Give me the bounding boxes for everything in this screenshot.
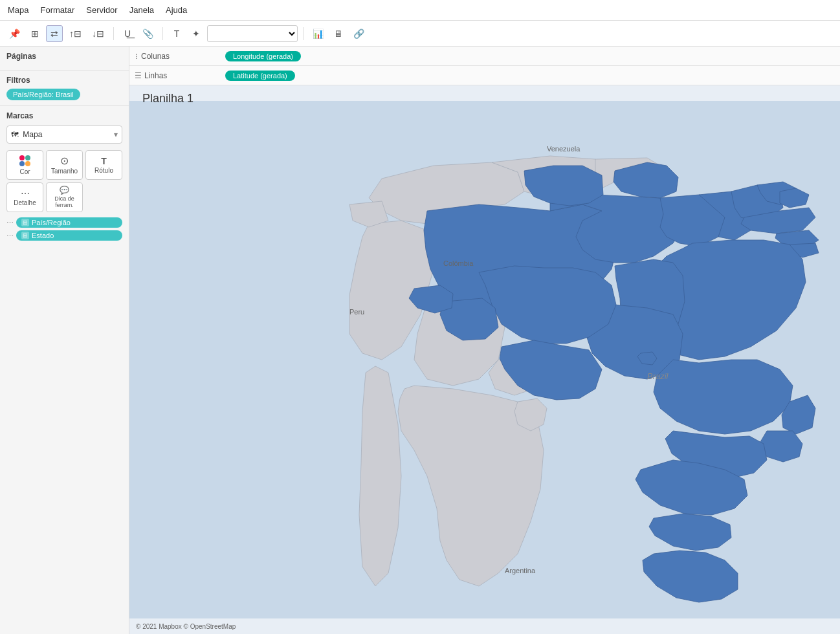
marks-type-row: 🗺 Mapa ▾ [6, 126, 122, 144]
rows-icon: ☰ [135, 71, 142, 80]
toolbar-sep-1 [113, 27, 114, 40]
columns-shelf: ⫶ Colunas Longitude (gerada) [129, 47, 840, 66]
marks-buttons-grid: Cor ⊙ Tamanho T Rótulo ⋯ Detalhe 💬 Dica … [6, 150, 122, 212]
marks-type-dropdown[interactable]: 🗺 Mapa ▾ [6, 126, 122, 144]
label-brazil: Brazil [647, 371, 669, 381]
mark-btn-tamanho[interactable]: ⊙ Tamanho [46, 150, 83, 180]
marks-field-icon-pais: ⋯ [6, 219, 14, 227]
map-copyright: © 2021 Mapbox © OpenStreetMap [136, 623, 236, 630]
pages-section: Páginas [0, 47, 129, 71]
marks-field-row-pais: ⋯ ⊞ País/Região [6, 217, 122, 228]
view-area: Planilha 1 [129, 85, 840, 634]
toolbar-sep-3 [303, 27, 304, 40]
label-argentina: Argentina [505, 567, 536, 574]
menu-ajuda[interactable]: Ajuda [166, 5, 187, 15]
filters-section: Filtros País/Região: Brasil [0, 71, 129, 106]
toolbar-btn-monitor[interactable]: 🖥 [330, 25, 347, 42]
mark-btn-rotulo-label: Rótulo [94, 167, 113, 174]
map-svg: Venezuela Colômbia Peru Brazil Argentina [129, 85, 840, 634]
marks-field-row-estado: ⋯ ⊞ Estado [6, 230, 122, 241]
columns-pill[interactable]: Longitude (gerada) [225, 51, 301, 61]
filter-chip-brasil[interactable]: País/Região: Brasil [6, 89, 80, 100]
mark-btn-dica[interactable]: 💬 Dica deferram. [46, 182, 83, 212]
toolbar-btn-chart[interactable]: 📊 [309, 25, 327, 42]
mark-btn-detalhe-label: Detalhe [14, 199, 36, 206]
toolbar-btn-underline[interactable]: U͟ [119, 25, 136, 42]
columns-icon: ⫶ [135, 52, 138, 61]
rows-shelf: ☰ Linhas Latitude (gerada) [129, 66, 840, 85]
mark-btn-detalhe[interactable]: ⋯ Detalhe [6, 182, 43, 212]
label-venezuela: Venezuela [547, 145, 580, 153]
marks-field-label-estado: Estado [32, 232, 54, 239]
toolbar-btn-clip[interactable]: 📎 [138, 25, 157, 42]
mark-btn-rotulo[interactable]: T Rótulo [85, 150, 122, 180]
toolbar-btn-sort-asc[interactable]: ↑⊟ [65, 25, 85, 42]
content-area: ⫶ Colunas Longitude (gerada) ☰ Linhas La… [129, 47, 840, 634]
chevron-down-icon: ▾ [114, 130, 118, 139]
toolbar-btn-star[interactable]: ✦ [188, 25, 204, 42]
marks-field-icon-estado: ⋯ [6, 232, 14, 240]
toolbar-dropdown[interactable] [207, 25, 298, 42]
mark-btn-cor[interactable]: Cor [6, 150, 43, 180]
toolbar-sep-2 [162, 27, 163, 40]
label-peru: Peru [349, 308, 364, 316]
marks-field-label-pais: País/Região [32, 219, 71, 226]
toolbar-btn-share[interactable]: 🔗 [349, 25, 368, 42]
toolbar-btn-table[interactable]: ⊞ [27, 25, 43, 42]
menu-janela[interactable]: Janela [129, 5, 154, 15]
toolbar-btn-swap[interactable]: ⇄ [46, 25, 63, 42]
sidebar: Páginas Filtros País/Região: Brasil Marc… [0, 47, 129, 634]
view-title: Planilha 1 [142, 92, 193, 105]
menu-mapa[interactable]: Mapa [8, 5, 29, 15]
main-layout: Páginas Filtros País/Região: Brasil Marc… [0, 47, 840, 634]
toolbar: 📌 ⊞ ⇄ ↑⊟ ↓⊟ U͟ 📎 T ✦ 📊 🖥 🔗 [0, 21, 840, 47]
marcas-title: Marcas [6, 111, 122, 120]
marks-field-chip-pais[interactable]: ⊞ País/Região [16, 217, 122, 228]
filters-title: Filtros [6, 76, 122, 85]
rows-pill[interactable]: Latitude (gerada) [225, 71, 295, 81]
mark-btn-cor-label: Cor [19, 168, 30, 175]
label-colombia: Colômbia [443, 259, 474, 267]
pages-title: Páginas [6, 52, 122, 61]
marks-field-chip-estado[interactable]: ⊞ Estado [16, 230, 122, 241]
toolbar-btn-text[interactable]: T [168, 25, 185, 42]
toolbar-btn-sort-desc[interactable]: ↓⊟ [88, 25, 108, 42]
menu-bar: Mapa Formatar Servidor Janela Ajuda [0, 0, 840, 21]
columns-label: ⫶ Colunas [135, 52, 225, 61]
chip-icon-pais: ⊞ [21, 219, 29, 226]
mark-btn-tamanho-label: Tamanho [51, 168, 78, 175]
map-container[interactable]: Venezuela Colômbia Peru Brazil Argentina… [129, 85, 840, 634]
marcas-section: Marcas 🗺 Mapa ▾ [0, 106, 129, 248]
menu-servidor[interactable]: Servidor [86, 5, 117, 15]
chip-icon-estado: ⊞ [21, 232, 29, 239]
toolbar-btn-pin[interactable]: 📌 [5, 25, 24, 42]
mark-btn-dica-label: Dica deferram. [54, 196, 74, 209]
marks-type-label: 🗺 Mapa [11, 130, 42, 139]
rows-label: ☰ Linhas [135, 71, 225, 80]
menu-formatar[interactable]: Formatar [41, 5, 75, 15]
